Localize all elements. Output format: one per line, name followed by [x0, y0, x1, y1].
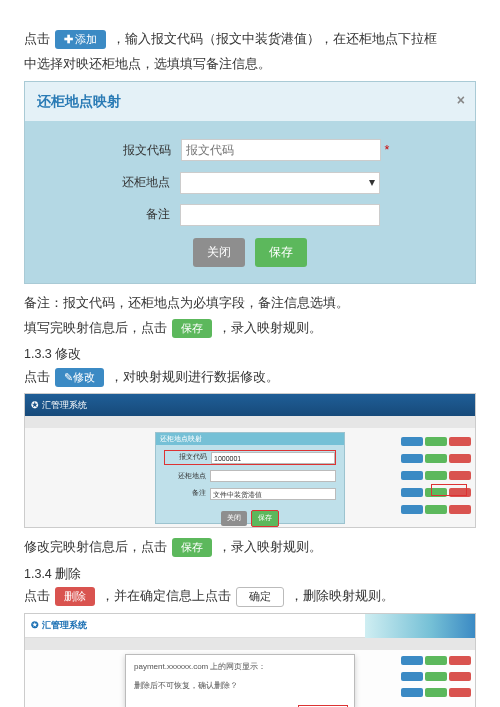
para-edit-intro: 点击 ✎ 修改 ，对映射规则进行数据修改。 — [24, 366, 476, 389]
text: 点击 — [24, 370, 53, 384]
close-icon[interactable]: × — [457, 88, 465, 113]
mini-input-code[interactable]: 1000001 — [211, 452, 335, 464]
text: ，对映射规则进行数据修改。 — [110, 370, 279, 384]
note-required: 备注：报文代码，还柜地点为必填字段，备注信息选填。 — [24, 292, 476, 315]
mini-input-note[interactable]: 文件中装货港值 — [210, 488, 336, 500]
mapping-dialog: 还柜地点映射 × 报文代码 * 还柜地点 ▾ 备注 关闭 保存 — [24, 81, 476, 284]
para-after-edit: 修改完映射信息后，点击 保存 ，录入映射规则。 — [24, 536, 476, 559]
para-delete-intro: 点击 删除 ，并在确定信息上点击 确定 ，删除映射规则。 — [24, 585, 476, 608]
app-nav-2 — [25, 638, 475, 650]
note-input[interactable] — [180, 204, 380, 226]
label-code: 报文代码 — [111, 140, 181, 162]
dialog-body: 报文代码 * 还柜地点 ▾ 备注 关闭 保存 — [25, 121, 475, 283]
text: 点击 — [24, 32, 53, 46]
para-add-intro-line2: 中选择对映还柜地点，选填填写备注信息。 — [24, 53, 476, 76]
edit-icon: ✎ — [64, 372, 73, 383]
form-row-code: 报文代码 * — [55, 139, 445, 162]
delete-button[interactable]: 删除 — [55, 587, 95, 606]
text: ，录入映射规则。 — [218, 321, 322, 335]
dialog-title: 还柜地点映射 — [37, 93, 121, 109]
text: 修改完映射信息后，点击 — [24, 540, 167, 554]
app-logo: ✪ 汇管理系统 — [31, 397, 87, 413]
chevron-down-icon: ▾ — [369, 172, 375, 194]
mini-row-loc: 还柜地点 — [164, 470, 336, 483]
mini-label-code: 报文代码 — [165, 451, 211, 464]
screenshot-body: 还柜地点映射 报文代码 1000001 还柜地点 备注 文件中装货港值 关闭 保… — [25, 428, 475, 527]
confirm-msg: 删除后不可恢复，确认删除？ — [126, 679, 354, 698]
mini-dialog-title: 还柜地点映射 — [156, 433, 344, 445]
edit-button[interactable]: ✎ 修改 — [55, 368, 104, 387]
label-location: 还柜地点 — [110, 172, 180, 194]
add-button[interactable]: ✚ 添加 — [55, 30, 106, 49]
app-header: ✪ 汇管理系统 — [25, 394, 475, 416]
confirm-button[interactable]: 确定 — [236, 587, 284, 607]
screenshot-delete: ✪ 汇管理系统 payment.xxxxxx.com 上的网页显示： 删除后不可… — [24, 613, 476, 707]
edit-button-label: 修改 — [73, 372, 95, 383]
text: 填写完映射信息后，点击 — [24, 321, 167, 335]
screenshot-edit: ✪ 汇管理系统 还柜地点映射 报文代码 1000001 还柜地点 备注 文件中装… — [24, 393, 476, 528]
plus-icon: ✚ — [64, 34, 73, 45]
required-mark: * — [385, 139, 390, 162]
label-note: 备注 — [110, 204, 180, 226]
mini-edit-dialog: 还柜地点映射 报文代码 1000001 还柜地点 备注 文件中装货港值 关闭 保… — [155, 432, 345, 524]
save-button-2[interactable]: 保存 — [172, 538, 212, 557]
section-133: 1.3.3 修改 — [24, 343, 476, 366]
section-134: 1.3.4 删除 — [24, 563, 476, 586]
text: ，录入映射规则。 — [218, 540, 322, 554]
save-button[interactable]: 保存 — [172, 319, 212, 338]
dialog-header: 还柜地点映射 × — [25, 82, 475, 121]
mini-select-loc[interactable] — [210, 470, 336, 482]
para-add-intro-line1: 点击 ✚ 添加 ，输入报文代码（报文中装货港值），在还柜地点下拉框 — [24, 28, 476, 51]
app-header-2: ✪ 汇管理系统 — [25, 614, 475, 638]
mini-row-code: 报文代码 1000001 — [164, 450, 336, 465]
dialog-save-button[interactable]: 保存 — [255, 238, 307, 268]
dialog-close-button[interactable]: 关闭 — [193, 238, 245, 268]
banner-image — [365, 614, 475, 638]
text: ，并在确定信息上点击 — [101, 589, 231, 603]
mini-row-note: 备注 文件中装货港值 — [164, 487, 336, 500]
dialog-buttons: 关闭 保存 — [55, 238, 445, 268]
text: ，输入报文代码（报文中装货港值），在还柜地点下拉框 — [112, 32, 437, 46]
mini-close-button[interactable]: 关闭 — [221, 511, 247, 526]
mini-dialog-buttons: 关闭 保存 — [156, 505, 344, 528]
text: 点击 — [24, 589, 53, 603]
confirm-host-text: payment.xxxxxx.com 上的网页显示： — [126, 655, 354, 679]
add-button-label: 添加 — [75, 34, 97, 45]
confirm-dialog: payment.xxxxxx.com 上的网页显示： 删除后不可恢复，确认删除？… — [125, 654, 355, 707]
app-nav — [25, 416, 475, 428]
code-input[interactable] — [181, 139, 381, 161]
para-after-fill: 填写完映射信息后，点击 保存 ，录入映射规则。 — [24, 317, 476, 340]
text: ，删除映射规则。 — [290, 589, 394, 603]
mini-save-button[interactable]: 保存 — [251, 510, 279, 527]
form-row-location: 还柜地点 ▾ — [55, 172, 445, 194]
mini-label-note: 备注 — [164, 487, 210, 500]
delete-button-label: 删除 — [64, 591, 86, 602]
screenshot2-body: payment.xxxxxx.com 上的网页显示： 删除后不可恢复，确认删除？… — [25, 650, 475, 707]
form-row-note: 备注 — [55, 204, 445, 226]
mini-label-loc: 还柜地点 — [164, 470, 210, 483]
location-select[interactable]: ▾ — [180, 172, 380, 194]
app-logo-2: ✪ 汇管理系统 — [31, 617, 87, 633]
highlight-box — [431, 484, 467, 496]
confirm-buttons: 确定 — [126, 699, 354, 707]
